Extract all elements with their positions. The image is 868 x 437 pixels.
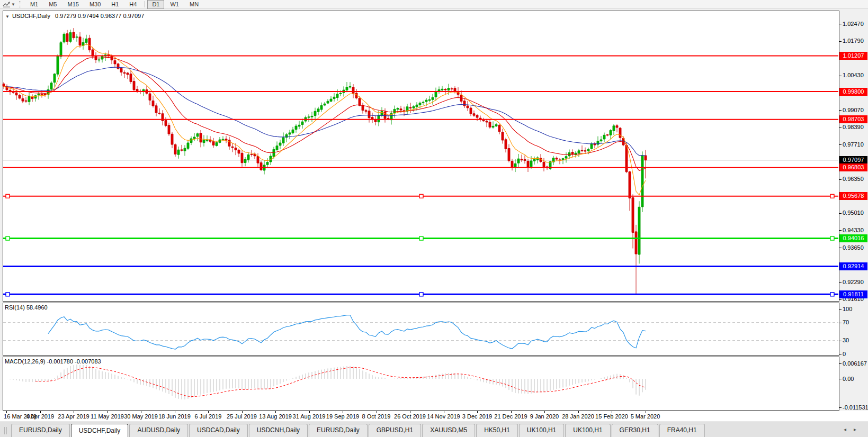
timeframe-button-d1[interactable]: D1 (147, 0, 164, 9)
chart-tab-eurusd-daily[interactable]: EURUSD,Daily (11, 424, 70, 437)
macd-tick-label: 0.00 (843, 376, 854, 382)
chart-tab-gbpusd-h1[interactable]: GBPUSD,H1 (369, 424, 421, 437)
date-tick-label: 26 Oct 2019 (391, 413, 429, 420)
price-level-badge: 0.95678 (839, 192, 867, 200)
chart-tab-eurusd-daily[interactable]: EURUSD,Daily (309, 424, 368, 437)
chart-tab-audusd-daily[interactable]: AUDUSD,Daily (129, 424, 188, 437)
timeframe-button-m5[interactable]: M5 (44, 0, 61, 9)
date-tick-label: 21 Dec 2019 (492, 413, 530, 420)
chart-tab-hk50-h1[interactable]: HK50,H1 (476, 424, 518, 437)
price-tick-label: 0.95010 (843, 210, 864, 216)
timeframe-button-mn[interactable]: MN (185, 0, 203, 9)
price-tick-label: 0.98390 (843, 124, 864, 130)
price-tick-mark (839, 24, 842, 24)
price-tick-label: 0.97710 (843, 141, 864, 148)
date-tick-label: 4 Apr 2019 (21, 413, 59, 420)
macd-tick-mark (839, 379, 842, 379)
price-tick-mark (839, 248, 842, 248)
tab-scroll-arrows: ◂▸ (844, 426, 864, 432)
toolbar-separator (144, 1, 145, 7)
price-tick-mark (839, 213, 842, 214)
toolbar-grip[interactable] (19, 1, 21, 7)
price-tick-label: 1.02470 (843, 21, 864, 27)
terminal-window: ▼ M1M5M15M30H1H4D1W1MN ▼USDCHF,Daily0.97… (0, 0, 868, 437)
price-level-badge: 1.01207 (839, 52, 867, 60)
price-level-badge: 0.99800 (839, 88, 867, 96)
chart-cursor-dropdown-caret[interactable]: ▼ (11, 2, 15, 7)
price-tick-mark (839, 128, 842, 128)
timeframe-button-h4[interactable]: H4 (124, 0, 141, 9)
macd-tick-label: -0.011531 (843, 404, 868, 411)
date-tick-label: 11 May 2019 (88, 413, 127, 420)
date-tick-label: 6 Jul 2019 (189, 413, 227, 420)
ohlc-quote-label: 0.97279 0.97494 0.96377 0.97097 (55, 13, 144, 19)
macd-panel (3, 357, 839, 411)
price-tick-label: 1.01790 (843, 38, 864, 44)
timeframe-button-m1[interactable]: M1 (25, 0, 43, 9)
price-level-badge: 0.98703 (839, 115, 867, 123)
chart-tab-fra40-h1[interactable]: FRA40,H1 (659, 424, 705, 437)
chart-tab-ger30-h1[interactable]: GER30,H1 (612, 424, 658, 437)
symbol-period-label: USDCHF,Daily (12, 13, 50, 19)
macd-tick-mark (839, 407, 842, 408)
date-tick-label: 31 Aug 2019 (290, 413, 328, 420)
date-tick-label: 23 Apr 2019 (55, 413, 93, 420)
price-tick-mark (839, 144, 842, 145)
rsi-panel (3, 303, 839, 356)
rsi-tick-label: 30 (843, 337, 849, 343)
chart-tab-uk100-h1[interactable]: UK100,H1 (519, 424, 564, 437)
tab-scroll-right-button[interactable]: ▸ (854, 426, 864, 432)
timeframe-button-h1[interactable]: H1 (106, 0, 123, 9)
date-tick-label: 5 Mar 2020 (627, 413, 665, 420)
chart-tab-usdcad-daily[interactable]: USDCAD,Daily (189, 424, 248, 437)
chart-tab-uk100-h1[interactable]: UK100,H1 (565, 424, 610, 437)
macd-tick-mark (839, 363, 842, 364)
chart-tab-usdcnh-daily[interactable]: USDCNH,Daily (249, 424, 308, 437)
price-tick-mark (839, 230, 842, 231)
timeframe-button-m30[interactable]: M30 (85, 0, 105, 9)
price-level-badge: 0.96803 (839, 163, 867, 171)
price-level-badge: 0.97097 (839, 156, 867, 164)
price-tick-mark (839, 110, 842, 111)
macd-tick-label: 0.006167 (843, 360, 867, 367)
date-tick-label: 25 Jul 2019 (223, 413, 261, 420)
chart-tab-xauusd-m5[interactable]: XAUUSD,M5 (422, 424, 475, 437)
price-tick-mark (839, 41, 842, 42)
rsi-tick-label: 0 (843, 351, 846, 357)
price-level-badge: 0.92914 (839, 262, 867, 270)
rsi-tick-mark (839, 354, 842, 354)
chart-cursor-icon[interactable] (3, 1, 11, 8)
timeframe-button-w1[interactable]: W1 (165, 0, 184, 9)
date-tick-label: 13 Aug 2019 (256, 413, 294, 420)
date-tick-label: 19 Sep 2019 (324, 413, 362, 420)
chart-tab-bar: EURUSD,DailyUSDCHF,DailyAUDUSD,DailyUSDC… (0, 422, 868, 437)
date-tick-label: 18 Jun 2019 (156, 413, 194, 420)
chart-tab-usdchf-daily[interactable]: USDCHF,Daily (71, 424, 129, 437)
price-tick-label: 0.94330 (843, 227, 864, 233)
oneclick-caret-icon[interactable]: ▼ (5, 14, 10, 19)
tab-bar-grip[interactable] (4, 427, 7, 434)
rsi-tick-mark (839, 309, 842, 309)
macd-indicator-label: MACD(12,26,9) -0.001780 -0.007083 (5, 358, 101, 365)
date-tick-label: 3 Dec 2019 (458, 413, 496, 420)
price-level-badge: 0.94016 (839, 234, 867, 242)
rsi-tick-label: 100 (843, 306, 852, 312)
main-chart-panel (3, 11, 839, 302)
price-tick-label: 0.93650 (843, 244, 864, 251)
price-tick-mark (839, 76, 842, 76)
date-axis: 16 Mar 20194 Apr 201923 Apr 201911 May 2… (0, 411, 868, 422)
rsi-tick-mark (839, 323, 842, 323)
price-tick-label: 1.00430 (843, 72, 864, 78)
price-tick-label: 0.92290 (843, 279, 864, 285)
timeframe-button-m15[interactable]: M15 (62, 0, 83, 9)
timeframe-toolbar: ▼ M1M5M15M30H1H4D1W1MN (0, 0, 868, 9)
date-tick-label: 15 Feb 2020 (593, 413, 631, 420)
rsi-indicator-label: RSI(14) 58.4960 (5, 304, 48, 311)
price-tick-mark (839, 282, 842, 283)
date-tick-label: 8 Oct 2019 (357, 413, 396, 420)
rsi-tick-mark (839, 341, 842, 341)
tab-scroll-left-button[interactable]: ◂ (844, 426, 854, 432)
date-tick-label: 30 May 2019 (122, 413, 160, 420)
price-tick-mark (839, 299, 842, 300)
price-tick-mark (839, 179, 842, 180)
